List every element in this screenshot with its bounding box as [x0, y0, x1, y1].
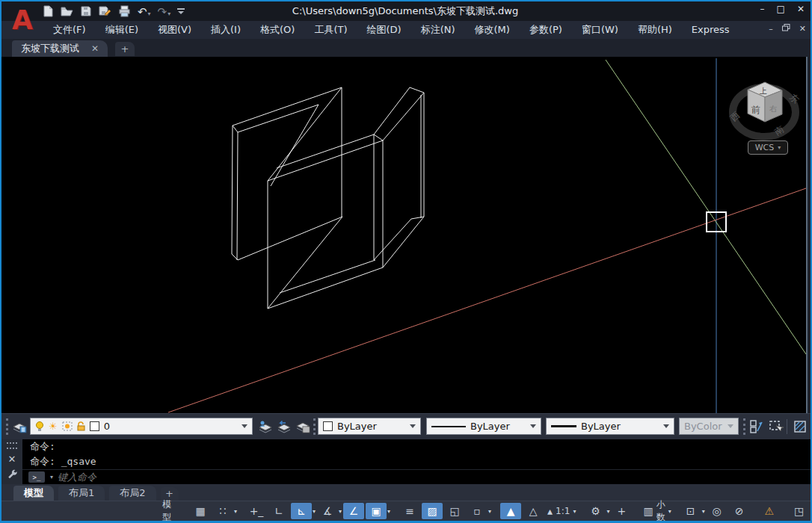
- menu-item-编辑(E)[interactable]: 编辑(E): [96, 21, 148, 39]
- layout-tab-布局1[interactable]: 布局1: [58, 486, 105, 501]
- snap-mode-toggle-dropdown-icon[interactable]: ▾: [234, 508, 237, 515]
- wcs-dropdown[interactable]: WCS ▾: [748, 140, 788, 155]
- drawing-canvas[interactable]: 东 西 南 上 前 右 WCS ▾: [1, 57, 806, 413]
- snap-mode-toggle[interactable]: ∷: [212, 503, 233, 519]
- doc-restore-button[interactable]: [782, 24, 790, 34]
- menu-item-修改(M)[interactable]: 修改(M): [465, 21, 520, 39]
- viewport-freeze-icon[interactable]: [62, 421, 73, 431]
- maximize-button[interactable]: □: [777, 4, 785, 14]
- open-file-icon[interactable]: [61, 5, 73, 17]
- undo-dropdown-icon[interactable]: ▾: [148, 10, 151, 17]
- command-prompt-caret-icon[interactable]: ▾: [50, 474, 53, 480]
- object-snap-toggle[interactable]: ▣: [366, 503, 387, 519]
- polar-tracking-toggle-dropdown-icon[interactable]: ▾: [313, 508, 316, 515]
- menu-item-绘图(D)[interactable]: 绘图(D): [357, 21, 411, 39]
- menu-item-文件(F)[interactable]: 文件(F): [43, 21, 96, 39]
- menu-item-帮助(H)[interactable]: 帮助(H): [628, 21, 682, 39]
- lineweight-display-toggle[interactable]: ≡: [399, 503, 420, 519]
- file-tab-close-icon[interactable]: ✕: [91, 43, 99, 54]
- lineweight-combo-chevron-icon[interactable]: [663, 424, 669, 428]
- selection-filter-toggle[interactable]: ▫: [467, 503, 487, 519]
- linetype-combobox[interactable]: ByLayer: [426, 418, 541, 435]
- menu-item-窗口(W)[interactable]: 窗口(W): [572, 21, 628, 39]
- isolate-objects-button[interactable]: ◎: [707, 503, 728, 519]
- menu-item-插入(I)[interactable]: 插入(I): [201, 21, 250, 39]
- layer-properties-manager-icon[interactable]: [10, 418, 28, 436]
- layer-states-icon[interactable]: [294, 418, 312, 436]
- new-file-icon[interactable]: [42, 5, 54, 17]
- menu-item-工具(T)[interactable]: 工具(T): [304, 21, 357, 39]
- command-history[interactable]: 命令: 命令: _qsave: [22, 439, 811, 469]
- layer-combo-chevron-icon[interactable]: [242, 424, 247, 428]
- redo-dropdown-icon[interactable]: ▾: [167, 10, 170, 17]
- transparency-toggle[interactable]: ▨: [422, 503, 443, 519]
- lineweight-combobox[interactable]: ByLayer: [546, 418, 674, 435]
- object-snap-toggle-dropdown-icon[interactable]: ▾: [387, 508, 390, 515]
- linetype-combo-chevron-icon[interactable]: [530, 424, 536, 428]
- layer-unlock-icon[interactable]: [77, 421, 85, 431]
- layout-tab-模型[interactable]: 模型: [13, 486, 54, 501]
- command-close-icon[interactable]: ✕: [8, 454, 16, 465]
- menu-item-Express[interactable]: Express: [682, 21, 739, 39]
- annotation-visibility-toggle[interactable]: ▲: [500, 503, 521, 519]
- hardware-acceleration-button[interactable]: ⊘: [729, 503, 750, 519]
- isometric-drafting-toggle-dropdown-icon[interactable]: ▾: [339, 508, 342, 515]
- annotation-scale-button-dropdown-icon[interactable]: ▾: [573, 508, 576, 515]
- doc-minimize-button[interactable]: –: [769, 24, 773, 34]
- layer-previous-icon[interactable]: [275, 418, 293, 436]
- make-object-layer-current-icon[interactable]: [256, 418, 274, 436]
- redo-button[interactable]: ↷▾: [158, 4, 171, 19]
- layer-combobox[interactable]: ☀ 0: [30, 418, 253, 435]
- command-input-row[interactable]: >_ ▾ 键入命令: [22, 469, 811, 484]
- isometric-drafting-toggle[interactable]: ∡: [317, 503, 338, 519]
- workspace-switching-button[interactable]: ⚙: [585, 503, 606, 519]
- command-prompt-icon[interactable]: >_: [28, 471, 45, 483]
- ui-lock-button[interactable]: ⊡: [680, 503, 701, 519]
- layout-tab-布局2[interactable]: 布局2: [109, 486, 156, 501]
- annotation-autoscale-toggle[interactable]: △: [523, 503, 544, 519]
- plot-icon[interactable]: [118, 5, 131, 17]
- command-customize-wrench-icon[interactable]: [7, 469, 18, 480]
- color-combo-chevron-icon[interactable]: [410, 424, 416, 428]
- dynamic-input-toggle[interactable]: +_: [246, 503, 267, 519]
- hatch-icon[interactable]: [791, 418, 809, 436]
- close-button[interactable]: ✕: [797, 4, 805, 14]
- workspace-switching-button-dropdown-icon[interactable]: ▾: [606, 508, 609, 515]
- units-button-dropdown-icon[interactable]: ▾: [668, 508, 671, 515]
- ui-lock-button-dropdown-icon[interactable]: ▾: [702, 508, 705, 515]
- command-input-placeholder[interactable]: 键入命令: [58, 471, 96, 484]
- group-icon[interactable]: [748, 418, 766, 436]
- polar-tracking-toggle[interactable]: ⊾: [291, 503, 312, 519]
- grid-display-toggle[interactable]: ▦: [190, 503, 211, 519]
- doc-close-button[interactable]: ✕: [799, 24, 806, 34]
- group-edit-icon[interactable]: [767, 418, 785, 436]
- layer-on-bulb-icon[interactable]: [35, 421, 44, 432]
- object-color-combobox[interactable]: ByLayer: [318, 418, 421, 435]
- menu-item-视图(V)[interactable]: 视图(V): [148, 21, 201, 39]
- save-as-icon[interactable]: [99, 5, 111, 17]
- selection-filter-toggle-dropdown-icon[interactable]: ▾: [488, 508, 491, 515]
- autocad-logo-icon[interactable]: A: [9, 5, 36, 37]
- ortho-mode-toggle[interactable]: ∟: [268, 503, 289, 519]
- menu-item-格式(O)[interactable]: 格式(O): [250, 21, 304, 39]
- model-space-toggle[interactable]: 模型: [160, 503, 181, 519]
- customize-quick-access-icon[interactable]: [177, 8, 185, 14]
- layer-thaw-sun-icon[interactable]: ☀: [49, 421, 58, 432]
- clean-screen-button[interactable]: ◳: [789, 503, 810, 519]
- object-snap-tracking-toggle[interactable]: ∠: [343, 503, 364, 519]
- undo-button[interactable]: ↶▾: [138, 4, 151, 19]
- menu-item-标注(N)[interactable]: 标注(N): [411, 21, 465, 39]
- viewcube[interactable]: 东 西 南 上 前 右: [728, 82, 802, 137]
- layer-color-swatch[interactable]: [90, 421, 99, 431]
- annotation-scale-button[interactable]: ▴1:1: [545, 503, 572, 519]
- minimize-button[interactable]: –: [760, 4, 765, 14]
- save-icon[interactable]: [80, 5, 92, 17]
- selection-cycling-toggle[interactable]: ◱: [444, 503, 465, 519]
- units-button[interactable]: ▥小数: [641, 503, 667, 519]
- file-tab-active[interactable]: 东坡下载测试 ✕: [12, 40, 108, 57]
- menu-item-参数(P)[interactable]: 参数(P): [520, 21, 572, 39]
- graphics-performance-button[interactable]: ⚠: [759, 503, 780, 519]
- command-drag-grip[interactable]: [7, 442, 17, 449]
- annotation-monitor-button[interactable]: +: [611, 503, 632, 519]
- new-drawing-tab-button[interactable]: +: [115, 42, 135, 56]
